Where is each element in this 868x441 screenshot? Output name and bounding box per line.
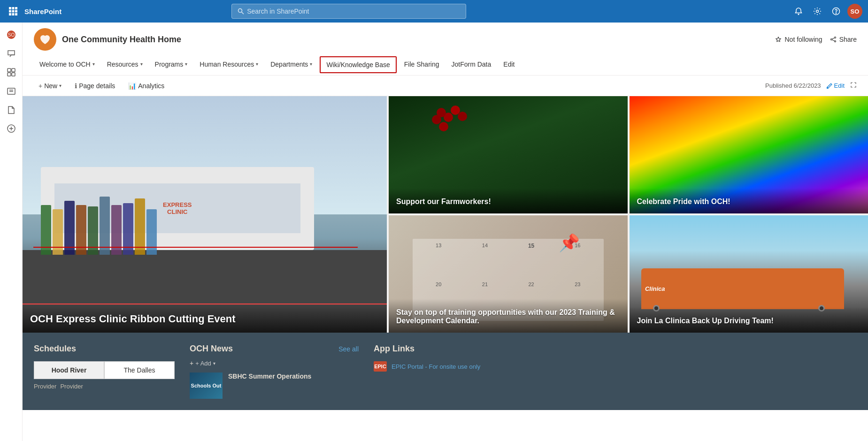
svg-rect-7 [12,13,15,15]
sidebar-item-files[interactable] [3,101,20,118]
nav-item-edit[interactable]: Edit [498,57,520,73]
toolbar-left: + New ▾ ℹ Page details 📊 Analytics [34,79,169,92]
site-nav: Welcome to OCH ▾ Resources ▾ Programs ▾ … [34,54,857,75]
notifications-icon[interactable] [791,4,806,19]
topbar-icons: SO [791,4,862,19]
site-identity: One Community Health Home [34,28,181,51]
svg-point-27 [834,37,836,38]
user-avatar[interactable]: SO [847,4,862,19]
share-label: Share [839,36,857,43]
hero-main-card[interactable]: EXPRESSCLINIC [23,96,387,333]
hero-card-pride[interactable]: Celebrate Pride with OCH! [630,96,868,213]
pride-card-overlay: Celebrate Pride with OCH! [630,188,868,213]
schedules-section: Schedules Hood River The Dalles Provider… [34,344,175,399]
svg-point-29 [834,41,836,42]
hero-card-training[interactable]: 13 14 15 16 20 21 22 23 📌 St [389,215,628,333]
settings-icon[interactable] [810,4,825,19]
chevron-down-icon: ▾ [185,61,187,67]
svg-rect-3 [9,10,11,13]
sidebar-item-sites[interactable] [3,64,20,81]
edit-button[interactable]: Edit [827,82,845,89]
main-content: One Community Health Home Not following [23,23,868,441]
svg-point-11 [798,14,799,15]
schedules-tabs: Hood River The Dalles [34,361,175,379]
published-date: Published 6/22/2023 [765,82,821,89]
toolbar-right: Published 6/22/2023 Edit [765,82,857,90]
nav-item-hr[interactable]: Human Resources ▾ [194,57,264,73]
chevron-down-icon: ▾ [92,61,95,67]
sidebar-item-home[interactable]: SO [3,26,20,43]
epic-portal-link[interactable]: EPIC Portal - For onsite use only [392,363,480,370]
plus-icon: + [38,82,42,90]
chevron-down-icon: ▾ [213,361,215,366]
sidebar-item-chat[interactable] [3,45,20,62]
plus-icon: + [190,359,193,367]
training-card-title: Stay on top of training opportunities wi… [396,308,620,325]
hero-grid: EXPRESSCLINIC [23,96,868,333]
nav-item-departments[interactable]: Departments ▾ [265,57,318,73]
chart-icon: 📊 [128,82,136,90]
hero-card-clinica[interactable]: Clínica Join La Clinica Back Up Driving … [630,215,868,333]
training-card-overlay: Stay on top of training opportunities wi… [389,299,628,333]
new-button[interactable]: + New ▾ [34,79,66,92]
news-item: Schools Out SBHC Summer Operations [190,373,359,399]
svg-rect-0 [9,7,11,9]
farmworkers-card-title: Support our Farmworkers! [396,198,620,206]
nav-item-programs[interactable]: Programs ▾ [149,57,193,73]
page-details-button[interactable]: ℹ Page details [70,79,120,92]
chevron-down-icon: ▾ [140,61,143,67]
news-thumbnail: Schools Out [190,373,223,399]
expand-button[interactable] [850,82,857,90]
site-header-actions: Not following Share [775,36,857,43]
news-header: OCH News See all [190,344,359,354]
waffle-menu-button[interactable] [6,4,21,19]
app-links-title: App Links [374,344,857,354]
topbar: SharePoint SO [0,0,868,23]
svg-line-10 [242,12,244,15]
svg-rect-19 [8,73,11,76]
svg-rect-18 [12,68,15,72]
help-icon[interactable] [829,4,844,19]
provider-labels: Provider Provider [34,383,175,390]
clinic-scene-image: EXPRESSCLINIC [23,96,387,333]
share-button[interactable]: Share [830,36,857,43]
app-link-item: EPIC EPIC Portal - For onsite use only [374,361,857,372]
search-input[interactable] [247,8,460,15]
farmworkers-card-overlay: Support our Farmworkers! [389,188,628,213]
analytics-button[interactable]: 📊 Analytics [123,79,169,92]
chevron-down-icon: ▾ [310,61,312,67]
nav-item-file-sharing[interactable]: File Sharing [399,57,445,73]
svg-rect-2 [15,7,17,9]
add-news-button[interactable]: + + Add ▾ [190,359,215,367]
svg-point-28 [830,39,832,40]
hood-river-tab[interactable]: Hood River [34,361,104,379]
nav-item-jotform[interactable]: JotForm Data [446,57,497,73]
main-card-title: OCH Express Clinic Ribbon Cutting Event [30,313,379,325]
hero-card-farmworkers[interactable]: Support our Farmworkers! [389,96,628,213]
main-card-overlay: OCH Express Clinic Ribbon Cutting Event [23,304,387,333]
app-links-section: App Links EPIC EPIC Portal - For onsite … [374,344,857,399]
news-content: SBHC Summer Operations [228,373,311,380]
see-all-button[interactable]: See all [338,345,359,353]
app-layout: SO [0,23,868,441]
news-title: OCH News [190,344,233,354]
nav-item-welcome[interactable]: Welcome to OCH ▾ [34,57,100,73]
sidebar-item-add[interactable] [3,120,20,137]
search-bar[interactable] [231,4,466,19]
provider-label-2: Provider [60,383,83,390]
news-item-title: SBHC Summer Operations [228,373,311,380]
site-logo [34,28,56,51]
epic-icon: EPIC [374,361,387,372]
nav-item-resources[interactable]: Resources ▾ [101,57,148,73]
provider-label-1: Provider [34,383,56,390]
info-icon: ℹ [75,82,77,90]
news-section: OCH News See all + + Add ▾ Schools Out S… [190,344,359,399]
nav-item-wiki[interactable]: Wiki/Knowledge Base [320,56,396,73]
bottom-section: Schedules Hood River The Dalles Provider… [23,333,868,410]
the-dalles-tab[interactable]: The Dalles [104,361,175,379]
not-following-button[interactable]: Not following [775,36,822,43]
sidebar-item-news[interactable] [3,83,20,99]
site-header: One Community Health Home Not following [23,23,868,76]
app-brand-label: SharePoint [24,8,61,15]
svg-rect-17 [8,68,11,72]
